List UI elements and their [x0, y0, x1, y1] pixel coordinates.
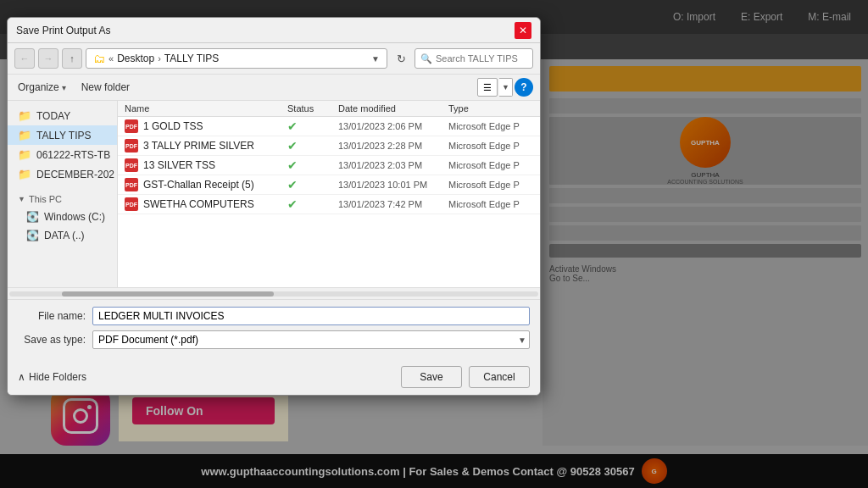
nav-forward-button[interactable]: →: [38, 48, 58, 69]
action-buttons: Save Cancel: [401, 366, 530, 388]
sidebar-item-tally-tips[interactable]: 📁 TALLY TIPS: [8, 125, 117, 145]
sidebar-item-windows-c[interactable]: 💽 Windows (C:): [8, 208, 117, 226]
file-type-1: Microsoft Edge P: [448, 141, 533, 151]
savetype-label: Save as type:: [18, 334, 86, 346]
status-check-0: ✔: [287, 119, 298, 133]
file-name-1: 3 TALLY PRIME SILVER: [143, 140, 287, 152]
search-icon: 🔍: [420, 53, 432, 64]
expand-this-pc-icon: ▼: [18, 195, 25, 203]
dialog-body: 📁 TODAY 📁 TALLY TIPS 📁 061222-RTS-TB 📁 D…: [8, 101, 540, 287]
filelist-header: Name Status Date modified Type: [118, 101, 540, 117]
path-current: TALLY TIPS: [164, 53, 219, 64]
path-folder-icon: 🗂: [93, 52, 105, 65]
sidebar-item-windows-label: Windows (C:): [44, 211, 105, 223]
file-icon-2: PDF: [125, 158, 138, 172]
sidebar-item-data[interactable]: 💽 DATA (..): [8, 226, 117, 245]
file-icon-0: PDF: [125, 119, 138, 133]
close-icon: ✕: [519, 25, 527, 36]
cancel-label: Cancel: [483, 371, 515, 383]
col-header-type: Type: [448, 103, 533, 114]
folder-icon-december: 📁: [18, 168, 31, 180]
path-bar[interactable]: 🗂 « Desktop › TALLY TIPS ▼: [86, 48, 387, 69]
path-desktop: Desktop: [117, 53, 154, 64]
filename-label: File name:: [18, 310, 86, 322]
sidebar-this-pc[interactable]: ▼ This PC: [8, 191, 117, 208]
file-row-1[interactable]: PDF 3 TALLY PRIME SILVER ✔ 13/01/2023 2:…: [118, 136, 540, 156]
save-button[interactable]: Save: [401, 366, 462, 388]
dialog-action-row: ∧ Hide Folders Save Cancel: [8, 361, 540, 395]
horizontal-scrollbar[interactable]: [8, 287, 540, 299]
path-dropdown-arrow[interactable]: ▼: [371, 54, 380, 64]
filename-row: File name:: [18, 307, 530, 325]
organize-button[interactable]: Organize ▾: [14, 80, 70, 95]
folder-icon-today: 📁: [18, 109, 31, 122]
view-button[interactable]: ☰: [477, 78, 498, 97]
dialog-title: Save Print Output As: [16, 25, 110, 36]
file-date-2: 13/01/2023 2:03 PM: [338, 160, 448, 170]
scrollbar-thumb: [62, 291, 274, 297]
sidebar-item-december[interactable]: 📁 DECEMBER-202: [8, 164, 117, 184]
nav-up-button[interactable]: ↑: [62, 48, 82, 69]
file-type-4: Microsoft Edge P: [448, 199, 533, 209]
dialog-form: File name: Save as type: PDF Document (*…: [8, 299, 540, 361]
file-date-0: 13/01/2023 2:06 PM: [338, 121, 448, 131]
file-row-4[interactable]: PDF SWETHA COMPUTERS ✔ 13/01/2023 7:42 P…: [118, 195, 540, 214]
file-name-0: 1 GOLD TSS: [143, 120, 287, 132]
file-icon-4: PDF: [125, 197, 138, 211]
sidebar-item-today-label: TODAY: [36, 110, 70, 122]
dialog-navbar: ← → ↑ 🗂 « Desktop › TALLY TIPS ▼ ↻ 🔍: [8, 43, 540, 75]
path-arrow: ›: [158, 53, 161, 64]
sidebar-item-this-pc-label: This PC: [29, 194, 62, 204]
file-date-1: 13/01/2023 2:28 PM: [338, 141, 448, 151]
file-name-2: 13 SILVER TSS: [143, 159, 287, 171]
savetype-select[interactable]: PDF Document (*.pdf): [92, 330, 530, 349]
savetype-row: Save as type: PDF Document (*.pdf) ▼: [18, 330, 530, 349]
status-check-4: ✔: [287, 197, 298, 211]
organize-dropdown-arrow: ▾: [62, 83, 66, 92]
file-type-2: Microsoft Edge P: [448, 160, 533, 170]
status-check-2: ✔: [287, 158, 298, 172]
path-refresh-button[interactable]: ↻: [391, 48, 411, 69]
new-folder-button[interactable]: New folder: [78, 80, 133, 95]
file-name-4: SWETHA COMPUTERS: [143, 198, 287, 210]
help-button[interactable]: ?: [515, 78, 533, 97]
search-input[interactable]: [436, 53, 520, 64]
file-date-4: 13/01/2023 7:42 PM: [338, 199, 448, 209]
dialog-toolbar: Organize ▾ New folder ☰ ▼ ?: [8, 75, 540, 101]
nav-back-button[interactable]: ←: [14, 48, 35, 69]
path-separator-1: «: [108, 53, 114, 64]
status-check-1: ✔: [287, 139, 298, 152]
file-row-0[interactable]: PDF 1 GOLD TSS ✔ 13/01/2023 2:06 PM Micr…: [118, 117, 540, 136]
dialog-sidebar: 📁 TODAY 📁 TALLY TIPS 📁 061222-RTS-TB 📁 D…: [8, 101, 118, 287]
sidebar-item-tally-tips-label: TALLY TIPS: [36, 130, 91, 141]
file-type-0: Microsoft Edge P: [448, 121, 533, 131]
file-type-3: Microsoft Edge P: [448, 180, 533, 190]
file-name-3: GST-Challan Receipt (5): [143, 179, 287, 191]
dialog-close-button[interactable]: ✕: [515, 22, 531, 39]
folder-icon-tally-tips: 📁: [18, 129, 31, 141]
sidebar-item-061222[interactable]: 📁 061222-RTS-TB: [8, 145, 117, 164]
sidebar-item-today[interactable]: 📁 TODAY: [8, 106, 117, 125]
file-status-3: ✔: [287, 178, 338, 191]
file-status-4: ✔: [287, 197, 338, 211]
sidebar-item-061222-label: 061222-RTS-TB: [36, 149, 110, 161]
sidebar-item-data-label: DATA (..): [44, 230, 85, 241]
view-dropdown[interactable]: ▼: [499, 78, 513, 97]
dialog-filelist: Name Status Date modified Type PDF 1 GOL…: [118, 101, 540, 287]
new-folder-label: New folder: [81, 81, 130, 93]
cancel-button[interactable]: Cancel: [469, 366, 530, 388]
file-status-0: ✔: [287, 119, 338, 133]
filename-input[interactable]: [92, 307, 530, 325]
save-dialog: Save Print Output As ✕ ← → ↑ 🗂 « Desktop…: [7, 17, 541, 396]
file-icon-1: PDF: [125, 139, 138, 152]
file-icon-3: PDF: [125, 178, 138, 191]
file-row-3[interactable]: PDF GST-Challan Receipt (5) ✔ 13/01/2023…: [118, 175, 540, 195]
file-row-2[interactable]: PDF 13 SILVER TSS ✔ 13/01/2023 2:03 PM M…: [118, 156, 540, 175]
col-header-name: Name: [125, 103, 287, 114]
hide-folders-button[interactable]: ∧ Hide Folders: [18, 371, 86, 383]
save-label: Save: [420, 371, 442, 383]
savetype-wrapper: PDF Document (*.pdf) ▼: [92, 330, 530, 349]
hdd-icon-windows: 💽: [26, 211, 39, 223]
search-box: 🔍: [415, 48, 533, 69]
folder-icon-061222: 📁: [18, 148, 31, 161]
